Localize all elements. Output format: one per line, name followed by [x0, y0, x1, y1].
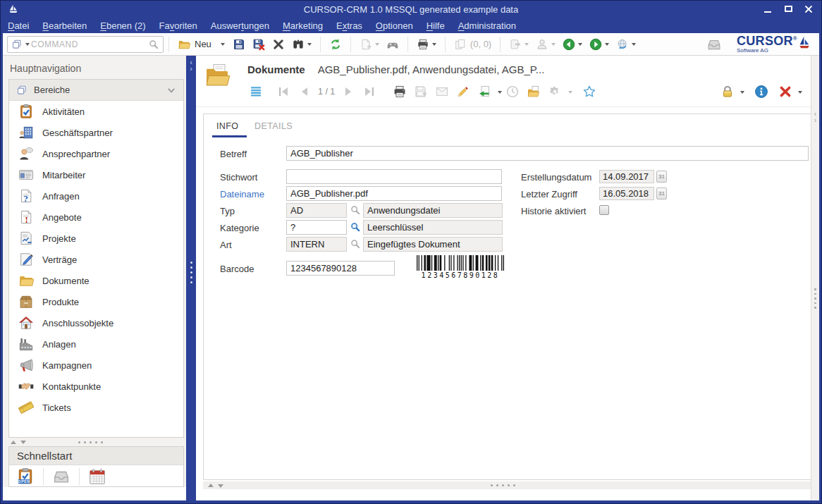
splitter-collapse-icons[interactable]: ‹› [811, 111, 819, 123]
tab-details[interactable]: DETAILS [254, 121, 293, 131]
menu-item-favoriten[interactable]: Favoriten [159, 20, 197, 31]
next-record-button[interactable] [341, 85, 355, 99]
command-combobox[interactable] [7, 36, 164, 53]
gear-caret[interactable] [568, 91, 572, 96]
kategorie-key-input[interactable] [286, 220, 347, 235]
sidebar-item-produkte[interactable]: Produkte [9, 291, 183, 312]
user-button[interactable] [534, 37, 558, 52]
minimize-button[interactable] [761, 3, 775, 15]
new-document-button[interactable] [357, 37, 381, 52]
sidebar-section-bereiche[interactable]: Bereiche [9, 80, 183, 101]
previous-record-button[interactable] [297, 85, 312, 99]
export-button[interactable] [507, 37, 531, 52]
save-new-button[interactable] [414, 85, 428, 99]
web-sync-caret[interactable] [632, 43, 636, 48]
revert-caret[interactable] [498, 91, 502, 96]
menu-item-ebenen-2[interactable]: Ebenen (2) [100, 20, 145, 31]
splitter-handle[interactable] [491, 484, 515, 486]
web-sync-button[interactable] [614, 37, 638, 52]
menu-item-datei[interactable]: Datei [8, 20, 29, 31]
splitter-up-icon[interactable] [208, 481, 214, 487]
art-lookup-icon[interactable] [350, 238, 361, 250]
typ-key-input[interactable] [286, 203, 347, 218]
sidebar-item-geschaftspartner[interactable]: Geschäftspartner [9, 122, 183, 143]
new-document-caret[interactable] [375, 43, 379, 48]
menu-item-hilfe[interactable]: Hilfe [427, 20, 445, 31]
quickstart-tray-button[interactable] [52, 467, 70, 486]
sidebar-item-aktivitaten[interactable]: Aktivitäten [9, 101, 183, 122]
sidebar-main-splitter[interactable]: ‹› [186, 56, 196, 500]
info-button[interactable] [754, 85, 768, 99]
search-records-caret[interactable] [307, 43, 312, 48]
lock-button[interactable] [720, 85, 735, 99]
sidebar-item-tickets[interactable]: Tickets [9, 397, 183, 418]
betreff-input[interactable] [286, 146, 809, 161]
sidebar-item-anfragen[interactable]: ?Anfragen [9, 185, 183, 207]
navigate-back-button[interactable] [560, 37, 584, 52]
print-record-button[interactable] [393, 85, 407, 99]
first-record-button[interactable] [276, 85, 290, 99]
menu-item-marketing[interactable]: Marketing [283, 20, 323, 31]
tab-info[interactable]: INFO [216, 121, 238, 131]
stichwort-input[interactable] [286, 169, 502, 184]
dateiname-input[interactable] [286, 186, 502, 201]
record-menu-button[interactable] [249, 85, 263, 99]
sidebar-item-angebote[interactable]: !Angebote [9, 207, 183, 228]
close-button[interactable] [802, 3, 816, 15]
sidebar-item-kampagnen[interactable]: Kampagnen [9, 355, 183, 376]
menu-item-auswertungen[interactable]: Auswertungen [211, 20, 269, 31]
sidebar-item-projekte[interactable]: Projekte [9, 228, 183, 249]
art-key-input[interactable] [286, 237, 347, 252]
maximize-button[interactable] [781, 3, 795, 15]
clipboard-stack-button[interactable]: (0, 0) [452, 37, 493, 52]
settings-gear-button[interactable] [548, 85, 562, 99]
menu-item-optionen[interactable]: Optionen [376, 20, 413, 31]
menu-item-administration[interactable]: Administration [458, 20, 516, 31]
sidebar-splitter[interactable] [3, 438, 186, 446]
historie-checkbox[interactable] [599, 205, 609, 215]
sidebar-item-dokumente[interactable]: Dokumente [9, 270, 183, 291]
sidebar-item-kontaktpunkte[interactable]: Kontaktpunkte [9, 376, 183, 397]
user-caret[interactable] [551, 43, 556, 48]
main-bottom-splitter[interactable] [203, 481, 811, 489]
checkout-document-button[interactable] [527, 85, 541, 99]
erstellungsdatum-calendar-button[interactable]: 31 [656, 171, 667, 183]
command-input[interactable] [30, 39, 148, 50]
favorite-star-button[interactable] [582, 85, 596, 99]
close-record-caret[interactable] [798, 91, 802, 96]
letzter-zugriff-field[interactable]: 16.05.2018 [599, 187, 654, 200]
splitter-handle[interactable] [78, 441, 103, 443]
close-record-button[interactable] [778, 85, 792, 99]
sidebar-item-mitarbeiter[interactable]: Mitarbeiter [9, 164, 183, 185]
sidebar-item-anlagen[interactable]: Anlagen [9, 333, 183, 355]
print-button[interactable] [415, 37, 438, 52]
splitter-up-icon[interactable] [11, 438, 16, 444]
export-caret[interactable] [525, 43, 529, 48]
save-button[interactable] [231, 37, 247, 52]
print-caret[interactable] [432, 43, 436, 48]
chevron-down-icon[interactable] [166, 85, 176, 95]
menu-item-bearbeiten[interactable]: Bearbeiten [42, 20, 87, 31]
save-close-button[interactable] [250, 37, 267, 52]
search-icon[interactable] [148, 39, 159, 50]
right-panel-splitter[interactable]: ‹› [811, 56, 819, 500]
sidebar-item-ansprechpartner[interactable]: Ansprechpartner [9, 143, 183, 164]
history-clock-button[interactable] [505, 85, 520, 99]
typ-lookup-icon[interactable] [350, 204, 361, 216]
inbox-tray-button[interactable] [704, 35, 724, 54]
quickstart-clipboard-open-button[interactable]: OPEN [16, 467, 35, 486]
quickstart-calendar-button[interactable] [88, 467, 106, 486]
delete-button[interactable] [270, 37, 287, 52]
edit-button[interactable] [456, 85, 470, 99]
splitter-handle[interactable] [811, 288, 819, 309]
menu-item-extras[interactable]: Extras [336, 20, 362, 31]
splitter-down-icon[interactable] [218, 484, 223, 491]
new-record-caret[interactable] [221, 43, 225, 48]
lock-caret[interactable] [740, 91, 744, 96]
new-record-button[interactable]: Neu [176, 37, 214, 52]
search-records-button[interactable] [290, 37, 314, 52]
splitter-handle[interactable] [186, 262, 196, 283]
splitter-collapse-icons[interactable]: ‹› [186, 59, 196, 72]
dateiname-label[interactable]: Dateiname [220, 187, 264, 202]
revert-button[interactable] [477, 85, 491, 99]
